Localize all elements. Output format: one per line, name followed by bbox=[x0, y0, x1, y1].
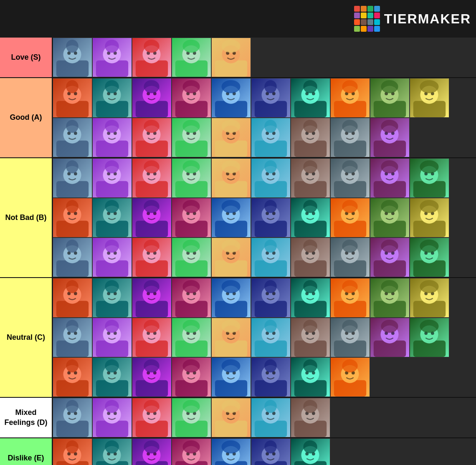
character-image[interactable] bbox=[92, 198, 132, 238]
character-image[interactable] bbox=[53, 398, 92, 437]
character-image[interactable] bbox=[92, 398, 132, 437]
character-image[interactable] bbox=[330, 238, 370, 277]
character-image[interactable] bbox=[172, 318, 211, 357]
character-image[interactable] bbox=[172, 238, 211, 277]
character-image[interactable] bbox=[291, 118, 330, 157]
character-image[interactable] bbox=[132, 158, 172, 198]
svg-point-347 bbox=[182, 280, 200, 293]
character-image[interactable] bbox=[251, 357, 291, 397]
character-image[interactable] bbox=[132, 357, 172, 397]
character-image[interactable] bbox=[53, 158, 92, 198]
character-image[interactable] bbox=[211, 278, 251, 318]
character-image[interactable] bbox=[211, 38, 251, 77]
character-image[interactable] bbox=[172, 38, 211, 77]
character-image[interactable] bbox=[172, 398, 211, 437]
character-image[interactable] bbox=[132, 78, 172, 118]
character-image[interactable] bbox=[251, 438, 291, 465]
character-image[interactable] bbox=[370, 118, 410, 157]
character-image[interactable] bbox=[291, 438, 330, 465]
character-image[interactable] bbox=[92, 357, 132, 397]
character-image[interactable] bbox=[410, 78, 449, 118]
character-image[interactable] bbox=[211, 118, 251, 157]
character-image[interactable] bbox=[53, 118, 92, 157]
character-image[interactable] bbox=[330, 78, 370, 118]
character-image[interactable] bbox=[291, 398, 330, 437]
character-image[interactable] bbox=[53, 357, 92, 397]
character-image[interactable] bbox=[211, 318, 251, 357]
character-image[interactable] bbox=[251, 318, 291, 357]
character-image[interactable] bbox=[251, 78, 291, 118]
character-image[interactable] bbox=[132, 198, 172, 238]
character-image[interactable] bbox=[172, 158, 211, 198]
character-image[interactable] bbox=[132, 38, 172, 77]
character-image[interactable] bbox=[370, 278, 410, 318]
character-image[interactable] bbox=[291, 198, 330, 238]
character-image[interactable] bbox=[92, 118, 132, 157]
character-image[interactable] bbox=[410, 198, 449, 238]
character-image[interactable] bbox=[53, 198, 92, 238]
character-image[interactable] bbox=[211, 398, 251, 437]
character-image[interactable] bbox=[291, 158, 330, 198]
character-image[interactable] bbox=[370, 318, 410, 357]
character-image[interactable] bbox=[92, 318, 132, 357]
character-image[interactable] bbox=[370, 158, 410, 198]
character-image[interactable] bbox=[92, 38, 132, 77]
logo-cell bbox=[354, 26, 360, 32]
character-image[interactable] bbox=[172, 78, 211, 118]
character-image[interactable] bbox=[211, 357, 251, 397]
character-image[interactable] bbox=[410, 278, 449, 318]
character-image[interactable] bbox=[92, 278, 132, 318]
character-image[interactable] bbox=[53, 38, 92, 77]
character-image[interactable] bbox=[330, 357, 370, 397]
character-image[interactable] bbox=[330, 118, 370, 157]
character-image[interactable] bbox=[53, 278, 92, 318]
character-image[interactable] bbox=[53, 438, 92, 465]
character-image[interactable] bbox=[251, 238, 291, 277]
character-image[interactable] bbox=[132, 278, 172, 318]
character-image[interactable] bbox=[132, 398, 172, 437]
character-image[interactable] bbox=[251, 398, 291, 437]
character-image[interactable] bbox=[291, 78, 330, 118]
character-image[interactable] bbox=[92, 438, 132, 465]
character-image[interactable] bbox=[251, 118, 291, 157]
character-image[interactable] bbox=[410, 238, 449, 277]
character-image[interactable] bbox=[370, 238, 410, 277]
character-image[interactable] bbox=[172, 357, 211, 397]
character-image[interactable] bbox=[330, 318, 370, 357]
character-image[interactable] bbox=[330, 158, 370, 198]
character-image[interactable] bbox=[251, 158, 291, 198]
character-image[interactable] bbox=[251, 198, 291, 238]
character-image[interactable] bbox=[211, 238, 251, 277]
character-image[interactable] bbox=[132, 238, 172, 277]
character-image[interactable] bbox=[291, 278, 330, 318]
tier-images-notbad bbox=[53, 158, 476, 277]
character-image[interactable] bbox=[172, 438, 211, 465]
character-image[interactable] bbox=[92, 158, 132, 198]
character-image[interactable] bbox=[370, 198, 410, 238]
svg-point-473 bbox=[221, 359, 240, 372]
character-image[interactable] bbox=[92, 238, 132, 277]
character-image[interactable] bbox=[410, 318, 449, 357]
character-image[interactable] bbox=[211, 78, 251, 118]
character-image[interactable] bbox=[410, 158, 449, 198]
character-image[interactable] bbox=[211, 438, 251, 465]
character-image[interactable] bbox=[211, 158, 251, 198]
character-image[interactable] bbox=[53, 238, 92, 277]
character-image[interactable] bbox=[172, 118, 211, 157]
character-image[interactable] bbox=[370, 78, 410, 118]
character-image[interactable] bbox=[291, 318, 330, 357]
character-image[interactable] bbox=[330, 198, 370, 238]
character-image[interactable] bbox=[291, 238, 330, 277]
character-image[interactable] bbox=[172, 198, 211, 238]
character-image[interactable] bbox=[132, 118, 172, 157]
character-image[interactable] bbox=[132, 438, 172, 465]
character-image[interactable] bbox=[132, 318, 172, 357]
character-image[interactable] bbox=[172, 278, 211, 318]
character-image[interactable] bbox=[53, 78, 92, 118]
character-image[interactable] bbox=[92, 78, 132, 118]
character-image[interactable] bbox=[330, 278, 370, 318]
character-image[interactable] bbox=[251, 278, 291, 318]
character-image[interactable] bbox=[291, 357, 330, 397]
character-image[interactable] bbox=[53, 318, 92, 357]
character-image[interactable] bbox=[211, 198, 251, 238]
